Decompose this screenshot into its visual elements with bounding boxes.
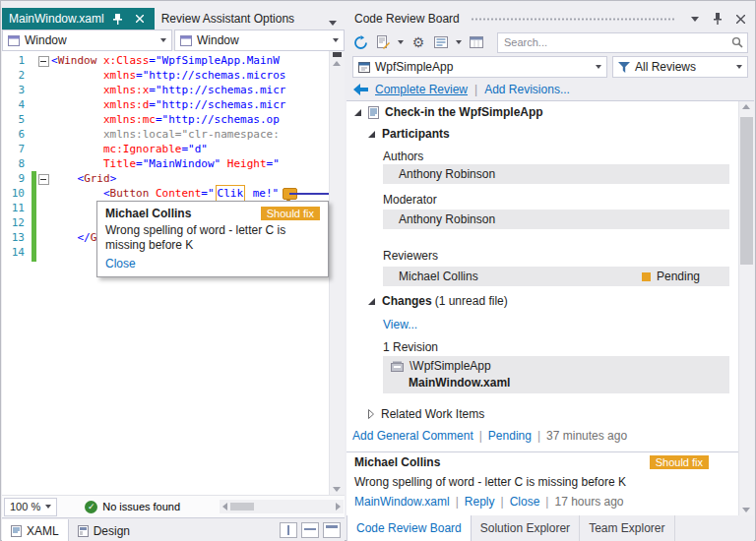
chevron-down-icon — [45, 505, 51, 509]
back-arrow-icon[interactable] — [353, 84, 368, 95]
reviewer-item[interactable]: Michael Collins Pending — [383, 267, 729, 286]
code-line[interactable]: <Grid> — [37, 171, 345, 186]
split-vertical-button[interactable] — [280, 522, 297, 538]
tab-mainwindow-xaml[interactable]: MainWindow.xaml — [2, 8, 155, 30]
search-icon[interactable] — [731, 36, 743, 48]
close-icon[interactable] — [732, 11, 748, 27]
author-item[interactable]: Anthony Robinson — [383, 164, 729, 184]
scrollbar-thumb[interactable] — [230, 503, 254, 511]
scroll-left-icon[interactable] — [222, 503, 227, 511]
panel-vertical-scrollbar[interactable] — [738, 101, 754, 515]
code-line[interactable]: xmlns="http://schemas.micros — [37, 68, 345, 83]
code-line[interactable]: xmlns:mc="http://schemas.op — [37, 112, 345, 127]
editor-navigation-bar: Window Window — [2, 30, 345, 51]
comment-file-link[interactable]: MainWindow.xaml — [354, 495, 450, 509]
editor-vertical-scrollbar[interactable] — [329, 51, 345, 495]
code-line[interactable]: mc:Ignorable="d" — [37, 142, 345, 156]
splitter-handle[interactable] — [333, 52, 342, 57]
line-number: 9 — [2, 171, 32, 186]
view-link[interactable]: View... — [383, 318, 417, 331]
changeset-item[interactable]: \WpfSimpleApp MainWindow.xaml — [383, 356, 729, 393]
tool-window-title-bar[interactable]: Code Review Board — [346, 8, 754, 30]
drag-grip[interactable] — [471, 17, 676, 22]
expanded-triangle-icon[interactable] — [353, 107, 362, 117]
line-number: 11 — [2, 201, 32, 215]
filter-icon — [618, 62, 630, 73]
should-fix-badge: Should fix — [650, 455, 709, 469]
tree-item-related-work-items[interactable]: Related Work Items — [367, 405, 484, 423]
close-icon[interactable] — [132, 11, 148, 27]
tooltip-author: Michael Collins — [105, 207, 191, 220]
revision-label: 1 Revision — [383, 340, 438, 354]
tab-solution-explorer[interactable]: Solution Explorer — [472, 515, 580, 541]
tab-label: Review Assistant Options — [161, 12, 294, 26]
code-line[interactable]: xmlns:local="clr-namespace: — [37, 127, 345, 142]
new-review-button[interactable] — [375, 34, 391, 50]
scroll-down-icon[interactable] — [742, 508, 750, 512]
code-line[interactable]: xmlns:d="http://schemas.micr — [37, 97, 345, 112]
fold-collapse-icon[interactable] — [37, 171, 51, 186]
moderator-item[interactable]: Anthony Robinson — [383, 210, 729, 229]
tree-item-changes[interactable]: Changes (1 unread file) — [367, 292, 508, 310]
review-filter-selector[interactable]: All Reviews — [612, 56, 748, 78]
split-horizontal-button[interactable] — [301, 522, 319, 538]
design-icon — [78, 525, 89, 537]
zoom-dropdown[interactable]: 100 % — [4, 498, 57, 516]
tab-design[interactable]: Design — [69, 519, 139, 541]
fold-collapse-icon[interactable] — [37, 53, 51, 68]
window-position-icon[interactable] — [687, 11, 703, 27]
reports-button[interactable] — [469, 34, 484, 50]
scroll-up-icon[interactable] — [333, 61, 341, 66]
tab-review-assistant-options[interactable]: Review Assistant Options — [155, 8, 301, 30]
tab-label: Code Review Board — [356, 521, 462, 535]
pending-status-text: Pending — [657, 270, 700, 283]
pin-icon[interactable] — [110, 11, 126, 27]
tree-item-check-in[interactable]: Check-in the WpfSimpleApp — [353, 103, 543, 121]
review-timestamp: 37 minutes ago — [546, 429, 627, 443]
scroll-up-icon[interactable] — [742, 104, 750, 109]
moderator-label: Moderator — [383, 193, 437, 207]
code-editor[interactable]: 1234567891011121314 <Window x:Class="Wpf… — [2, 51, 345, 495]
new-review-dropdown-icon[interactable] — [398, 40, 404, 44]
scroll-down-icon[interactable] — [333, 487, 341, 492]
review-pending-link[interactable]: Pending — [488, 429, 532, 443]
project-selector[interactable]: WpfSimpleApp — [352, 56, 607, 78]
complete-review-link[interactable]: Complete Review — [375, 83, 468, 96]
tab-list-dropdown-icon[interactable] — [325, 15, 341, 30]
line-number: 7 — [2, 142, 32, 156]
tree-item-participants[interactable]: Participants — [367, 125, 450, 143]
separator: | — [456, 495, 459, 509]
scroll-right-icon[interactable] — [336, 503, 341, 511]
code-line[interactable]: Title="MainWindow" Height=" — [37, 156, 345, 171]
code-line[interactable]: <Window x:Class="WpfSimpleApp.MainW — [37, 53, 345, 68]
add-revisions-link[interactable]: Add Revisions... — [484, 83, 570, 96]
search-input[interactable] — [502, 35, 731, 49]
pin-icon[interactable] — [710, 11, 725, 27]
collapsed-triangle-icon[interactable] — [367, 408, 375, 420]
editor-horizontal-scrollbar[interactable] — [220, 500, 344, 513]
scrollbar-thumb[interactable] — [740, 117, 753, 265]
changeset-file[interactable]: MainWindow.xaml — [409, 376, 510, 390]
expanded-triangle-icon[interactable] — [367, 129, 376, 139]
reply-link[interactable]: Reply — [465, 495, 495, 509]
tab-xaml[interactable]: XAML — [2, 519, 69, 541]
type-dropdown[interactable]: Window — [2, 30, 172, 51]
authors-label: Authors — [383, 150, 423, 163]
expand-pane-button[interactable] — [323, 522, 341, 538]
tab-team-explorer[interactable]: Team Explorer — [580, 515, 674, 541]
expanded-triangle-icon[interactable] — [367, 296, 376, 306]
member-dropdown[interactable]: Window — [174, 30, 345, 51]
view-row: View... — [383, 316, 417, 333]
tooltip-close-link[interactable]: Close — [105, 257, 136, 270]
view-options-dropdown-icon[interactable] — [456, 40, 462, 44]
project-icon — [358, 62, 370, 73]
gear-icon[interactable]: ⚙ — [410, 34, 426, 50]
close-comment-link[interactable]: Close — [510, 495, 540, 509]
refresh-button[interactable] — [352, 34, 368, 50]
code-line[interactable]: xmlns:x="http://schemas.micr — [37, 83, 345, 97]
reviewer-name: Michael Collins — [399, 270, 478, 283]
add-general-comment-link[interactable]: Add General Comment — [352, 429, 473, 443]
view-options-button[interactable] — [433, 34, 449, 50]
reviewers-label: Reviewers — [383, 249, 438, 263]
tab-code-review-board[interactable]: Code Review Board — [346, 515, 472, 541]
